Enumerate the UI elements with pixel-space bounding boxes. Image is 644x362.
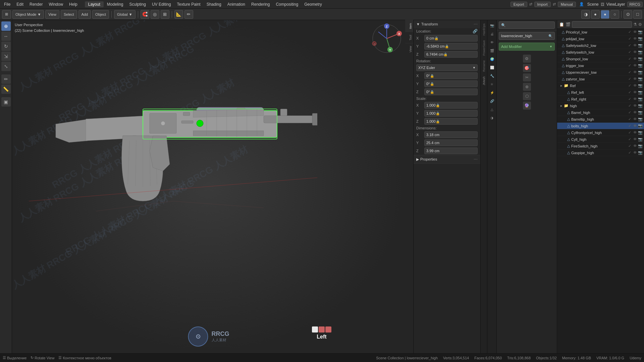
outliner-item-camera[interactable]: 📷 <box>638 104 643 108</box>
rotation-y-field[interactable]: 0° 🔒 <box>424 80 478 87</box>
toolbar-grid-snap-btn[interactable]: ⊞ <box>161 10 169 19</box>
location-y-field[interactable]: -6.5843 cm 🔒 <box>424 43 478 50</box>
outliner-filter-icon[interactable]: ⚗ <box>633 22 637 27</box>
tool-annotate[interactable]: ✏ <box>1 74 11 84</box>
location-z-field[interactable]: 6.7494 cm 🔒 <box>424 51 478 58</box>
manual-button[interactable]: Manual <box>558 2 576 7</box>
outliner-item[interactable]: △ Upperreciever_low ✓ 👁 📷 <box>557 69 644 76</box>
workspace-layout[interactable]: Layout <box>85 1 104 7</box>
prop-icon-view[interactable]: 👁 <box>488 38 496 46</box>
outliner-item-check[interactable]: ✓ <box>627 124 632 128</box>
toolbar-measure-btn[interactable]: 📐 <box>174 10 183 19</box>
outliner-item-camera[interactable]: 📷 <box>638 137 643 141</box>
rotation-x-field[interactable]: 0° 🔒 <box>424 72 478 79</box>
toolbar-viewport-shading-1[interactable]: ◑ <box>581 10 590 19</box>
menu-edit[interactable]: Edit <box>14 1 26 7</box>
outliner-item-check[interactable]: ✓ <box>627 70 632 74</box>
workspace-uv-editing[interactable]: UV Editing <box>149 1 174 7</box>
toolbar-view-btn[interactable]: View <box>45 10 59 19</box>
workspace-rendering[interactable]: Rendering <box>249 1 272 7</box>
toolbar-overlay-btn[interactable]: ⊙ <box>624 10 632 19</box>
dimensions-z-field[interactable]: 3.99 cm <box>424 147 478 154</box>
toolbar-snap-btn[interactable]: 🧲 <box>141 10 149 19</box>
outliner-item[interactable]: △ Cylfrontpricel_high ✓ 👁 📷 <box>557 129 644 136</box>
workspace-shading[interactable]: Shading <box>204 1 224 7</box>
outliner-item-camera[interactable]: 📷 <box>638 117 643 121</box>
prop-icon-modifiers[interactable]: 🔧 <box>488 72 496 80</box>
outliner-item[interactable]: △ Gaspipe_high ✓ 👁 📷 <box>557 149 644 156</box>
scale-y-field[interactable]: 1.000 🔒 <box>424 110 478 117</box>
scale-x-field[interactable]: 1.000 🔒 <box>424 102 478 109</box>
outliner-item-eye[interactable]: 👁 <box>633 57 637 61</box>
hardops-label[interactable]: HardOps <box>482 21 486 38</box>
workspace-compositing[interactable]: Compositing <box>273 1 301 7</box>
icon-btn-4[interactable]: ⊕ <box>523 83 531 91</box>
prop-icon-output[interactable]: 🖨 <box>488 30 496 38</box>
workspace-modeling[interactable]: Modeling <box>104 1 126 7</box>
outliner-settings-icon[interactable]: ⚙ <box>638 22 642 27</box>
outliner-item[interactable]: △ prkljad_low ✓ 👁 📷 <box>557 36 644 42</box>
outliner-item-check[interactable]: ✓ <box>627 130 632 135</box>
icon-btn-2[interactable]: 🎯 <box>523 64 531 72</box>
outliner-item-camera[interactable]: 📷 <box>638 110 643 115</box>
toolbar-object-mode-btn[interactable]: Object Mode ▼ <box>12 10 44 19</box>
outliner-item[interactable]: ▸ 📁 Ref ✓ 👁 📷 <box>557 82 644 89</box>
outliner-item-camera[interactable]: 📷 <box>638 130 643 135</box>
prop-icon-render[interactable]: 📷 <box>488 21 496 29</box>
icon-btn-3[interactable]: ✂ <box>523 73 531 81</box>
toolbar-annotate-btn[interactable]: ✏ <box>184 10 193 19</box>
outliner-item-check[interactable]: ✓ <box>627 97 632 101</box>
outliner-item-check[interactable]: ✓ <box>627 150 632 155</box>
rotation-z-field[interactable]: 0° 🔒 <box>424 88 478 95</box>
outliner-item-camera[interactable]: 📷 <box>638 63 643 68</box>
workspace-geometry[interactable]: Geometry <box>302 1 325 7</box>
outliner-item[interactable]: ▸ 📁 high ✓ 👁 📷 <box>557 103 644 109</box>
tool-rotate[interactable]: ↻ <box>1 42 11 51</box>
outliner-item-camera[interactable]: 📷 <box>638 77 643 81</box>
outliner-item-camera[interactable]: 📷 <box>638 124 643 128</box>
outliner-item-camera[interactable]: 📷 <box>638 90 643 95</box>
toolbar-select-btn[interactable]: Select <box>61 10 77 19</box>
powersave-label[interactable]: PowerSave <box>482 38 486 58</box>
toolbar-viewport-shading-3[interactable]: ● <box>601 10 609 19</box>
outliner-item[interactable]: △ trigger_low ✓ 👁 📷 <box>557 62 644 69</box>
workspace-animation[interactable]: Animation <box>225 1 248 7</box>
tool-cursor[interactable]: ⊕ <box>1 21 11 31</box>
transform-header[interactable]: ▼ Transform ⋯ <box>414 20 480 28</box>
tool-box-select[interactable]: ▣ <box>1 97 11 107</box>
outliner-item-eye[interactable]: 👁 <box>633 104 637 108</box>
outliner-item[interactable]: △ Barreltip_high ✓ 👁 📷 <box>557 116 644 123</box>
prop-icon-physics[interactable]: ⚡ <box>488 88 496 97</box>
menu-render[interactable]: Render <box>27 1 45 7</box>
outliner-item-eye[interactable]: 👁 <box>633 37 637 41</box>
toolbar-global-btn[interactable]: Global ▼ <box>114 10 136 19</box>
outliner-item[interactable]: △ FireSwitch_high ✓ 👁 📷 <box>557 143 644 149</box>
toolbar-add-btn[interactable]: Add <box>78 10 91 19</box>
properties-header[interactable]: ▶ Properties ⋯ <box>414 155 480 163</box>
export-button[interactable]: Export <box>511 2 527 7</box>
prop-icon-material[interactable]: ◑ <box>488 114 496 122</box>
outliner-item[interactable]: △ Cyll_high ✓ 👁 📷 <box>557 136 644 143</box>
outliner-item[interactable]: △ Ref_right ✓ 👁 📷 <box>557 96 644 103</box>
outliner-item-eye[interactable]: 👁 <box>633 50 637 54</box>
menu-file[interactable]: File <box>1 1 13 7</box>
outliner-item-eye[interactable]: 👁 <box>633 83 637 88</box>
outliner-item-camera[interactable]: 📷 <box>638 70 643 74</box>
menu-help[interactable]: Help <box>66 1 80 7</box>
prop-icon-constraints[interactable]: 🔗 <box>488 97 496 105</box>
viewport[interactable]: 人人素材 RRCG 人人素材 RRCG 人人素材 RRCG RRCG 人人素材 … <box>12 20 405 353</box>
object-name-field[interactable]: lowerreciever_high 🔍 <box>499 32 555 40</box>
rename-label[interactable]: Rename <box>482 58 486 74</box>
outliner-item-eye[interactable]: 👁 <box>633 150 637 155</box>
outliner-item-check[interactable]: ✓ <box>627 50 632 54</box>
workspace-sculpting[interactable]: Sculpting <box>127 1 149 7</box>
outliner-item-eye[interactable]: 👁 <box>633 43 637 48</box>
toolbar-proportional-btn[interactable]: ◎ <box>151 10 159 19</box>
outliner-item-eye[interactable]: 👁 <box>633 30 637 34</box>
outliner-item-eye[interactable]: 👁 <box>633 77 637 81</box>
side-tab-tool[interactable]: Tool <box>405 32 413 43</box>
outliner-item-camera[interactable]: 📷 <box>638 150 643 155</box>
scale-z-field[interactable]: 1.000 🔒 <box>424 118 478 125</box>
outliner-item-eye[interactable]: 👁 <box>633 97 637 101</box>
outliner-item[interactable]: △ Safetyswitch_low ✓ 👁 📷 <box>557 49 644 56</box>
